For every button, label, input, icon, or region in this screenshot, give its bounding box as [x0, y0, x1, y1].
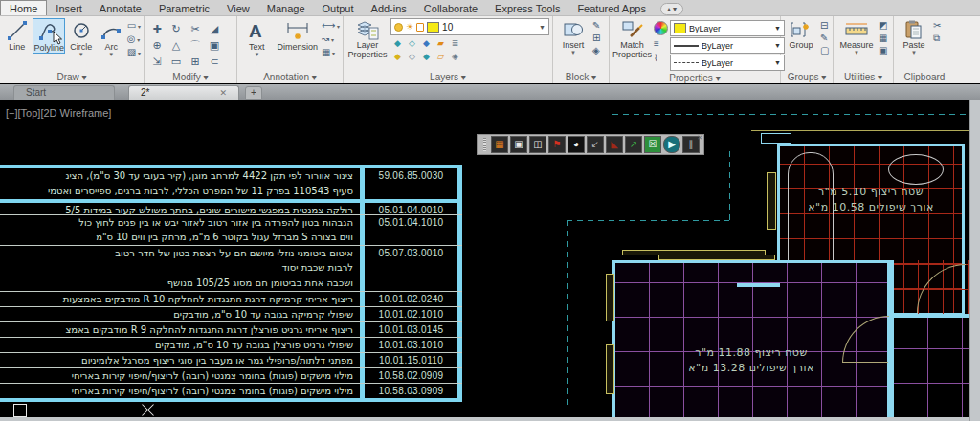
- viewport-controls[interactable]: [−][Top][2D Wireframe]: [6, 107, 111, 119]
- toolbar-icon[interactable]: ▣: [510, 136, 527, 153]
- table-row[interactable]: שיפולי קרמיקה בגובה עד 10 ס"מ, מודבקים 1…: [0, 306, 462, 321]
- table-row[interactable]: צינור אוורור לפי תקן 4422 למרחב מוגן, (ק…: [0, 168, 462, 184]
- modify-tool[interactable]: ✚: [147, 21, 167, 37]
- close-icon[interactable]: ✕: [219, 86, 227, 100]
- block-small-tool[interactable]: ✎: [592, 20, 600, 32]
- layer-mini-tool[interactable]: ≣: [448, 37, 462, 51]
- group-button[interactable]: Group: [784, 18, 818, 50]
- table-row[interactable]: מילוי מישקים (פוגות) בחומר צמנטי (רובה) …: [0, 383, 462, 398]
- dashed-line[interactable]: [612, 114, 969, 115]
- toolbar-icon[interactable]: ◕: [568, 136, 585, 153]
- toolbar-icon[interactable]: ◫: [529, 136, 546, 153]
- panel-title-modify[interactable]: Modify ▾: [145, 71, 236, 83]
- horizontal-scrollbar[interactable]: [0, 417, 969, 421]
- door-panel[interactable]: [767, 172, 776, 230]
- modify-tool[interactable]: ◢: [205, 21, 224, 37]
- sink-fixture[interactable]: [888, 154, 944, 185]
- panel-title-clipboard[interactable]: Clipboard: [894, 71, 955, 83]
- modify-tool[interactable]: ⊕: [147, 37, 167, 54]
- ribbon-minimize-control[interactable]: ▴ ▾: [660, 3, 683, 15]
- insert-button[interactable]: Insert ▼: [556, 18, 590, 55]
- lineweight-dropdown[interactable]: ByLayer ▼: [670, 37, 785, 54]
- dashed-line[interactable]: [567, 220, 568, 410]
- layer-mini-tool[interactable]: ▱: [434, 51, 448, 64]
- wall-line[interactable]: [751, 130, 969, 131]
- block-small-tool[interactable]: ◈: [592, 45, 600, 56]
- floating-toolbar[interactable]: ▦▣◫⚑◕↙◣↗☒▶∥ ✕: [477, 134, 704, 155]
- toolbar-icon[interactable]: ◣: [606, 136, 623, 153]
- panel-title-annotation[interactable]: Annotation ▾: [237, 71, 343, 83]
- wall-segment[interactable]: [761, 133, 791, 144]
- draw-small-tool[interactable]: ▨ ▾: [127, 47, 141, 59]
- annotation-small-tool[interactable]: ▦ ▾: [322, 47, 340, 59]
- clipboard-small-tool[interactable]: ⧉: [933, 33, 941, 44]
- wall-segment[interactable]: [890, 314, 969, 318]
- dashed-line[interactable]: [567, 220, 729, 221]
- ribbon-tab[interactable]: Featured Apps: [568, 1, 655, 15]
- ribbon-tab[interactable]: Collaborate: [415, 1, 486, 15]
- text-button[interactable]: A Text ▼: [240, 18, 274, 57]
- floor-tiles-purple[interactable]: [894, 318, 969, 417]
- toolbar-icon[interactable]: ↗: [625, 136, 642, 153]
- shutter-element[interactable]: [606, 274, 614, 321]
- modify-tool[interactable]: ▭: [167, 54, 186, 70]
- layer-mini-tool[interactable]: ◆: [419, 51, 434, 64]
- table-row[interactable]: איטום ביטומני נוזלי מיושם חם על רצפת בטו…: [0, 245, 462, 260]
- table-row[interactable]: רולקה צמנטית במפגשי מישורים שונים, בחתך …: [0, 199, 462, 214]
- layer-mini-tool[interactable]: ◆: [419, 37, 434, 51]
- modify-tool[interactable]: ✂: [186, 21, 205, 37]
- modify-tool[interactable]: ⊞: [186, 54, 205, 70]
- groups-small-tool[interactable]: ⊟: [820, 20, 829, 32]
- draw-small-tool[interactable]: ◎ ▾: [127, 33, 141, 46]
- color-wheel-icon[interactable]: [654, 21, 668, 35]
- ribbon-tab[interactable]: Add-ins: [363, 1, 415, 15]
- modify-tool[interactable]: ▣: [205, 37, 224, 54]
- toolbar-icon[interactable]: ▦: [491, 136, 508, 153]
- ribbon-tab[interactable]: Parametric: [150, 1, 218, 15]
- file-tab-start[interactable]: Start: [13, 85, 115, 100]
- measure-button[interactable]: Measure ▼: [836, 18, 877, 55]
- ribbon-tab[interactable]: Express Tools: [486, 1, 568, 15]
- modify-tool[interactable]: ⌒: [186, 37, 205, 54]
- toolbar-icon[interactable]: ↙: [587, 136, 604, 153]
- linetype-dropdown[interactable]: ByLayer ▼: [670, 55, 785, 71]
- block-small-tool[interactable]: ⊞: [592, 33, 600, 44]
- line-button[interactable]: Line: [3, 18, 31, 52]
- paste-button[interactable]: Paste ▼: [897, 18, 931, 55]
- toolbar-icon[interactable]: ☒: [644, 136, 661, 153]
- lineweight-icon[interactable]: ≡: [654, 38, 668, 50]
- layer-mini-tool[interactable]: ◇: [405, 37, 419, 51]
- table-row[interactable]: ריצוף אריחי גרניט פורצלן דרגת התנגדות לה…: [0, 321, 462, 337]
- table-row[interactable]: הגבהות בטון להפרדה בין אזור רטוב לאזור י…: [0, 214, 462, 230]
- panel-title-block[interactable]: Block ▾: [553, 71, 609, 83]
- modify-tool[interactable]: ⊂: [205, 54, 224, 70]
- utilities-small-tool[interactable]: ◩: [879, 20, 887, 32]
- match-properties-button[interactable]: Match Properties: [612, 18, 652, 59]
- table-row[interactable]: לרבות שכבת יסוד: [0, 260, 462, 276]
- table-row[interactable]: ווים בצורה S מברזל עגול בקוטר 6 מ"מ, מרח…: [0, 230, 462, 245]
- layer-mini-tool[interactable]: ◈: [448, 51, 462, 64]
- ribbon-tab[interactable]: Output: [314, 1, 363, 15]
- modify-tool[interactable]: ⇲: [147, 54, 167, 70]
- toolbar-grip[interactable]: [483, 138, 486, 151]
- utilities-small-tool[interactable]: ▣: [879, 45, 887, 56]
- shutter-element[interactable]: [606, 344, 614, 394]
- toolbar-icon[interactable]: ⚑: [548, 136, 566, 153]
- arc-button[interactable]: Arc ▼: [97, 18, 124, 57]
- wall-segment[interactable]: [890, 260, 894, 417]
- ribbon-tab[interactable]: View: [218, 1, 258, 15]
- table-row[interactable]: מילוי מישקים (פוגות) בחומר צמנטי (רובה) …: [0, 367, 462, 383]
- toolbar-icon[interactable]: ▶: [663, 136, 680, 153]
- window-sill[interactable]: [658, 255, 775, 260]
- layer-mini-tool[interactable]: ◆: [390, 51, 405, 64]
- layer-properties-button[interactable]: Layer Properties: [346, 18, 389, 59]
- object-color-dropdown[interactable]: ByLayer ▼: [670, 20, 785, 36]
- groups-small-tool[interactable]: ▢: [820, 45, 829, 56]
- modify-tool[interactable]: △: [167, 37, 186, 54]
- ribbon-tab[interactable]: Manage: [258, 1, 314, 15]
- table-row[interactable]: ריצוף אריחי קרמיקה דרגת התנגדות להחלקה R…: [0, 291, 462, 306]
- annotation-small-tool[interactable]: ↝ ▾: [322, 33, 340, 46]
- layer-mini-tool[interactable]: ◇: [405, 51, 419, 64]
- dimension-button[interactable]: Dimension: [276, 18, 320, 52]
- panel-title-draw[interactable]: Draw ▾: [0, 71, 144, 83]
